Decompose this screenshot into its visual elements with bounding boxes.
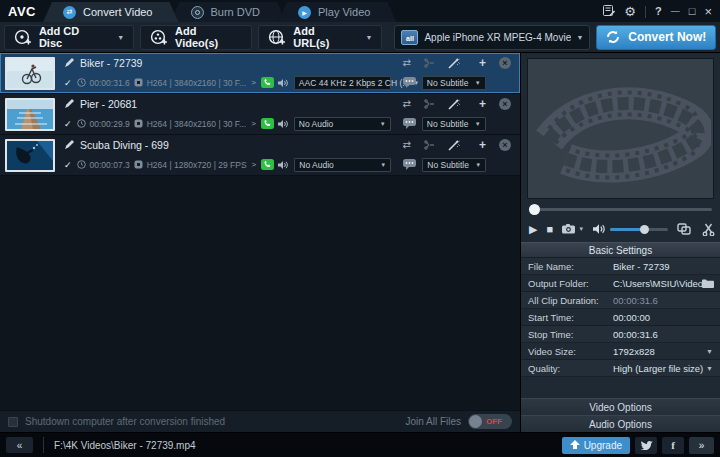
crop-icon[interactable] bbox=[677, 223, 691, 235]
audio-track-select[interactable]: AAC 44 KHz 2 Kbps 2 CH (... ▼ bbox=[294, 76, 391, 90]
edit-video-wand-icon[interactable] bbox=[448, 140, 460, 151]
chevron-down-icon[interactable]: ▼ bbox=[706, 348, 720, 355]
remove-video-icon[interactable]: × bbox=[499, 57, 511, 69]
subtitle-select[interactable]: No Subtitle ▼ bbox=[422, 76, 486, 90]
video-thumbnail[interactable] bbox=[5, 57, 55, 90]
trim-icon[interactable] bbox=[424, 140, 435, 150]
add-clip-icon[interactable]: + bbox=[479, 56, 486, 70]
main-toolbar: Add CD Disc ▼ Add Video(s) Add URL(s) ▼ … bbox=[0, 22, 720, 53]
video-row[interactable]: Biker - 72739 ⇄ + × ✓ 00:00:31.6 H264 | … bbox=[0, 53, 520, 94]
add-cd-disc-button[interactable]: Add CD Disc ▼ bbox=[4, 25, 134, 50]
trim-icon[interactable] bbox=[424, 58, 435, 68]
tab-play-video[interactable]: ▶ Play Video bbox=[278, 2, 396, 22]
refresh-status-icon[interactable]: ⇄ bbox=[403, 58, 411, 68]
video-preview-area[interactable] bbox=[527, 58, 714, 199]
close-button[interactable]: × bbox=[704, 5, 712, 18]
setting-value[interactable]: High (Larger file size) bbox=[613, 363, 706, 374]
play-tab-icon: ▶ bbox=[298, 6, 311, 19]
chevron-down-icon[interactable]: ▼ bbox=[117, 34, 124, 41]
seek-knob[interactable] bbox=[529, 204, 540, 215]
setting-row-quality[interactable]: Quality: High (Larger file size) ▼ bbox=[521, 360, 720, 377]
subtitle-bubble-icon bbox=[403, 118, 416, 129]
shutdown-checkbox[interactable] bbox=[8, 417, 18, 427]
upgrade-button[interactable]: Upgrade bbox=[562, 437, 630, 454]
expand-more-button[interactable]: » bbox=[689, 437, 714, 454]
join-all-files-toggle[interactable]: OFF bbox=[468, 414, 512, 429]
tab-burn-dvd[interactable]: Burn DVD bbox=[171, 2, 287, 22]
join-all-files-label: Join All Files bbox=[405, 416, 461, 427]
help-button[interactable]: ? bbox=[655, 6, 662, 17]
volume-track[interactable] bbox=[610, 228, 668, 231]
volume-icon[interactable] bbox=[593, 223, 605, 235]
setting-value[interactable]: 00:00:00 bbox=[613, 312, 720, 323]
facebook-button[interactable]: f bbox=[662, 437, 684, 454]
twitter-button[interactable] bbox=[635, 437, 657, 454]
tab-convert-video[interactable]: ⇄ Convert Video bbox=[43, 2, 179, 22]
maximize-button[interactable]: □ bbox=[689, 6, 696, 17]
edit-title-icon[interactable] bbox=[64, 140, 74, 150]
audio-track-value: AAC 44 KHz 2 Kbps 2 CH (... bbox=[299, 78, 410, 88]
add-clip-icon[interactable]: + bbox=[479, 138, 486, 152]
settings-gear-icon[interactable]: ⚙ bbox=[624, 5, 636, 18]
setting-row-video-size[interactable]: Video Size: 1792x828 ▼ bbox=[521, 343, 720, 360]
add-clip-icon[interactable]: + bbox=[479, 97, 486, 111]
edit-video-wand-icon[interactable] bbox=[448, 58, 460, 69]
upgrade-label: Upgrade bbox=[584, 440, 622, 451]
chevron-down-icon[interactable]: ▼ bbox=[578, 226, 584, 232]
video-thumbnail[interactable] bbox=[5, 98, 55, 131]
expand-chevron-icon[interactable]: > bbox=[251, 119, 256, 128]
audio-speaker-icon bbox=[278, 119, 288, 129]
subtitle-select[interactable]: No Subtitle ▼ bbox=[422, 117, 486, 131]
remove-video-icon[interactable]: × bbox=[499, 139, 511, 151]
play-button[interactable]: ▶ bbox=[529, 224, 537, 235]
refresh-status-icon[interactable]: ⇄ bbox=[403, 99, 411, 109]
setting-value[interactable]: 00:00:31.6 bbox=[613, 329, 720, 340]
setting-value[interactable]: C:\Users\MSIU\Videos\... bbox=[613, 278, 702, 289]
snapshot-button[interactable]: ▼ bbox=[562, 224, 584, 234]
expand-chevron-icon[interactable]: > bbox=[252, 160, 257, 169]
collapse-panel-button[interactable]: « bbox=[6, 437, 33, 453]
output-profile-select[interactable]: all Apple iPhone XR MPEG-4 Movie (*.m...… bbox=[394, 25, 590, 50]
audio-track-select[interactable]: No Audio ▼ bbox=[294, 117, 391, 131]
setting-value[interactable]: Biker - 72739 bbox=[613, 261, 720, 272]
chevron-down-icon[interactable]: ▼ bbox=[706, 365, 720, 372]
stop-button[interactable]: ■ bbox=[546, 224, 553, 235]
convert-arrows-icon bbox=[606, 30, 620, 44]
edit-title-icon[interactable] bbox=[64, 58, 74, 68]
remove-video-icon[interactable]: × bbox=[499, 98, 511, 110]
volume-knob[interactable] bbox=[640, 225, 649, 234]
video-options-header[interactable]: Video Options bbox=[521, 398, 720, 415]
convert-now-button[interactable]: Convert Now! bbox=[596, 25, 716, 50]
volume-control[interactable] bbox=[593, 223, 668, 235]
right-panel: ▶ ■ ▼ Basic Settings bbox=[521, 53, 720, 432]
add-urls-button[interactable]: Add URL(s) ▼ bbox=[258, 25, 382, 50]
minimize-button[interactable]: — bbox=[671, 7, 680, 16]
chevron-down-icon: ▼ bbox=[577, 34, 584, 41]
audio-options-header[interactable]: Audio Options bbox=[521, 415, 720, 432]
audio-track-select[interactable]: No Audio ▼ bbox=[294, 158, 391, 172]
film-strip-watermark bbox=[531, 65, 711, 193]
folder-icon[interactable] bbox=[702, 279, 714, 288]
clip-scissors-icon[interactable] bbox=[702, 223, 715, 236]
subtitle-select[interactable]: No Subtitle ▼ bbox=[422, 158, 486, 172]
selected-check-icon[interactable]: ✓ bbox=[64, 160, 72, 170]
selected-check-icon[interactable]: ✓ bbox=[64, 119, 72, 129]
seek-track[interactable] bbox=[529, 208, 712, 211]
seek-bar[interactable] bbox=[529, 203, 712, 215]
video-thumbnail[interactable] bbox=[5, 139, 55, 172]
edit-video-wand-icon[interactable] bbox=[448, 99, 460, 110]
expand-chevron-icon[interactable]: > bbox=[251, 78, 256, 87]
edit-title-icon[interactable] bbox=[64, 99, 74, 109]
add-videos-button[interactable]: Add Video(s) bbox=[140, 25, 252, 50]
video-codec-info: H264 | 3840x2160 | 30 F... bbox=[147, 119, 246, 129]
video-row[interactable]: Pier - 20681 ⇄ + × ✓ 00:00:29.9 H264 | 3… bbox=[0, 94, 520, 135]
setting-value[interactable]: 1792x828 bbox=[613, 346, 706, 357]
trim-icon[interactable] bbox=[424, 99, 435, 109]
camera-icon bbox=[562, 224, 576, 234]
selected-check-icon[interactable]: ✓ bbox=[64, 78, 72, 88]
basic-settings-header[interactable]: Basic Settings bbox=[521, 242, 720, 258]
chevron-down-icon[interactable]: ▼ bbox=[366, 34, 373, 41]
video-row[interactable]: Scuba Diving - 699 ⇄ + × ✓ 00:00:07.3 H2… bbox=[0, 135, 520, 176]
refresh-status-icon[interactable]: ⇄ bbox=[403, 140, 411, 150]
feedback-icon[interactable] bbox=[603, 5, 615, 18]
